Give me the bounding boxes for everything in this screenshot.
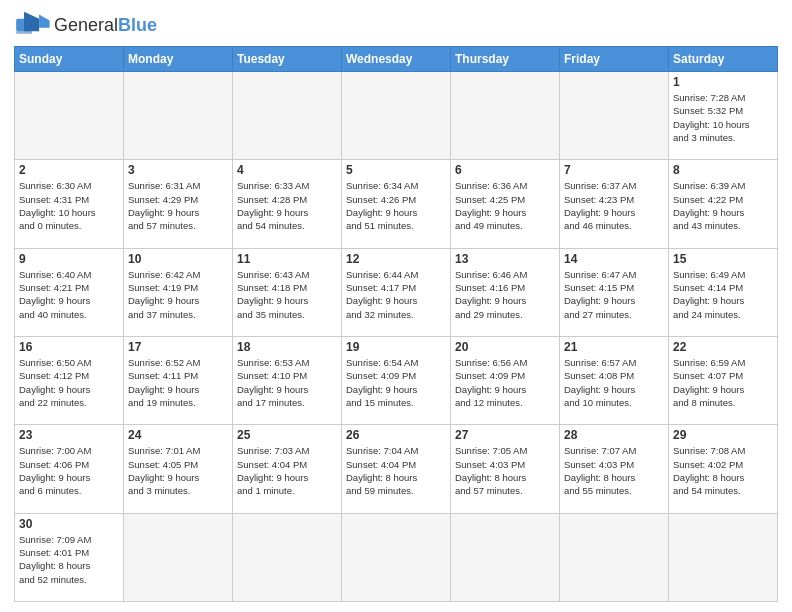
day-cell bbox=[342, 513, 451, 601]
day-cell: 1Sunrise: 7:28 AM Sunset: 5:32 PM Daylig… bbox=[669, 72, 778, 160]
day-info: Sunrise: 7:03 AM Sunset: 4:04 PM Dayligh… bbox=[237, 444, 337, 497]
day-cell: 6Sunrise: 6:36 AM Sunset: 4:25 PM Daylig… bbox=[451, 160, 560, 248]
day-info: Sunrise: 6:50 AM Sunset: 4:12 PM Dayligh… bbox=[19, 356, 119, 409]
day-cell: 20Sunrise: 6:56 AM Sunset: 4:09 PM Dayli… bbox=[451, 336, 560, 424]
day-cell bbox=[669, 513, 778, 601]
day-cell: 18Sunrise: 6:53 AM Sunset: 4:10 PM Dayli… bbox=[233, 336, 342, 424]
day-number: 12 bbox=[346, 252, 446, 266]
day-info: Sunrise: 7:09 AM Sunset: 4:01 PM Dayligh… bbox=[19, 533, 119, 586]
day-cell bbox=[560, 513, 669, 601]
day-info: Sunrise: 6:43 AM Sunset: 4:18 PM Dayligh… bbox=[237, 268, 337, 321]
day-cell: 3Sunrise: 6:31 AM Sunset: 4:29 PM Daylig… bbox=[124, 160, 233, 248]
day-number: 13 bbox=[455, 252, 555, 266]
day-cell bbox=[124, 72, 233, 160]
day-cell: 7Sunrise: 6:37 AM Sunset: 4:23 PM Daylig… bbox=[560, 160, 669, 248]
day-cell: 5Sunrise: 6:34 AM Sunset: 4:26 PM Daylig… bbox=[342, 160, 451, 248]
day-info: Sunrise: 6:47 AM Sunset: 4:15 PM Dayligh… bbox=[564, 268, 664, 321]
day-number: 9 bbox=[19, 252, 119, 266]
day-info: Sunrise: 6:39 AM Sunset: 4:22 PM Dayligh… bbox=[673, 179, 773, 232]
svg-rect-3 bbox=[16, 31, 32, 34]
day-number: 14 bbox=[564, 252, 664, 266]
day-cell: 4Sunrise: 6:33 AM Sunset: 4:28 PM Daylig… bbox=[233, 160, 342, 248]
svg-marker-2 bbox=[39, 14, 50, 27]
day-cell bbox=[342, 72, 451, 160]
day-number: 27 bbox=[455, 428, 555, 442]
day-cell: 11Sunrise: 6:43 AM Sunset: 4:18 PM Dayli… bbox=[233, 248, 342, 336]
day-info: Sunrise: 7:00 AM Sunset: 4:06 PM Dayligh… bbox=[19, 444, 119, 497]
day-info: Sunrise: 6:36 AM Sunset: 4:25 PM Dayligh… bbox=[455, 179, 555, 232]
day-number: 1 bbox=[673, 75, 773, 89]
day-number: 28 bbox=[564, 428, 664, 442]
day-cell: 10Sunrise: 6:42 AM Sunset: 4:19 PM Dayli… bbox=[124, 248, 233, 336]
day-cell: 13Sunrise: 6:46 AM Sunset: 4:16 PM Dayli… bbox=[451, 248, 560, 336]
day-number: 29 bbox=[673, 428, 773, 442]
day-number: 6 bbox=[455, 163, 555, 177]
day-cell: 22Sunrise: 6:59 AM Sunset: 4:07 PM Dayli… bbox=[669, 336, 778, 424]
day-cell bbox=[233, 513, 342, 601]
day-number: 17 bbox=[128, 340, 228, 354]
weekday-saturday: Saturday bbox=[669, 47, 778, 72]
day-info: Sunrise: 7:04 AM Sunset: 4:04 PM Dayligh… bbox=[346, 444, 446, 497]
day-info: Sunrise: 6:42 AM Sunset: 4:19 PM Dayligh… bbox=[128, 268, 228, 321]
day-cell: 30Sunrise: 7:09 AM Sunset: 4:01 PM Dayli… bbox=[15, 513, 124, 601]
day-cell bbox=[124, 513, 233, 601]
day-cell: 28Sunrise: 7:07 AM Sunset: 4:03 PM Dayli… bbox=[560, 425, 669, 513]
day-cell bbox=[451, 72, 560, 160]
day-info: Sunrise: 6:57 AM Sunset: 4:08 PM Dayligh… bbox=[564, 356, 664, 409]
day-cell: 2Sunrise: 6:30 AM Sunset: 4:31 PM Daylig… bbox=[15, 160, 124, 248]
day-info: Sunrise: 6:46 AM Sunset: 4:16 PM Dayligh… bbox=[455, 268, 555, 321]
day-number: 11 bbox=[237, 252, 337, 266]
day-cell: 8Sunrise: 6:39 AM Sunset: 4:22 PM Daylig… bbox=[669, 160, 778, 248]
day-number: 7 bbox=[564, 163, 664, 177]
day-cell: 17Sunrise: 6:52 AM Sunset: 4:11 PM Dayli… bbox=[124, 336, 233, 424]
weekday-wednesday: Wednesday bbox=[342, 47, 451, 72]
day-number: 4 bbox=[237, 163, 337, 177]
day-number: 22 bbox=[673, 340, 773, 354]
week-row-4: 23Sunrise: 7:00 AM Sunset: 4:06 PM Dayli… bbox=[15, 425, 778, 513]
day-cell: 26Sunrise: 7:04 AM Sunset: 4:04 PM Dayli… bbox=[342, 425, 451, 513]
day-number: 23 bbox=[19, 428, 119, 442]
day-number: 20 bbox=[455, 340, 555, 354]
weekday-friday: Friday bbox=[560, 47, 669, 72]
header: GeneralBlue bbox=[14, 10, 778, 40]
day-info: Sunrise: 6:37 AM Sunset: 4:23 PM Dayligh… bbox=[564, 179, 664, 232]
day-number: 30 bbox=[19, 517, 119, 531]
day-cell: 21Sunrise: 6:57 AM Sunset: 4:08 PM Dayli… bbox=[560, 336, 669, 424]
day-info: Sunrise: 7:05 AM Sunset: 4:03 PM Dayligh… bbox=[455, 444, 555, 497]
week-row-2: 9Sunrise: 6:40 AM Sunset: 4:21 PM Daylig… bbox=[15, 248, 778, 336]
day-number: 18 bbox=[237, 340, 337, 354]
weekday-sunday: Sunday bbox=[15, 47, 124, 72]
weekday-thursday: Thursday bbox=[451, 47, 560, 72]
day-number: 8 bbox=[673, 163, 773, 177]
day-cell: 29Sunrise: 7:08 AM Sunset: 4:02 PM Dayli… bbox=[669, 425, 778, 513]
day-info: Sunrise: 7:01 AM Sunset: 4:05 PM Dayligh… bbox=[128, 444, 228, 497]
day-number: 25 bbox=[237, 428, 337, 442]
day-cell: 9Sunrise: 6:40 AM Sunset: 4:21 PM Daylig… bbox=[15, 248, 124, 336]
week-row-1: 2Sunrise: 6:30 AM Sunset: 4:31 PM Daylig… bbox=[15, 160, 778, 248]
day-info: Sunrise: 7:28 AM Sunset: 5:32 PM Dayligh… bbox=[673, 91, 773, 144]
day-number: 21 bbox=[564, 340, 664, 354]
day-info: Sunrise: 7:07 AM Sunset: 4:03 PM Dayligh… bbox=[564, 444, 664, 497]
day-number: 15 bbox=[673, 252, 773, 266]
day-info: Sunrise: 6:30 AM Sunset: 4:31 PM Dayligh… bbox=[19, 179, 119, 232]
day-info: Sunrise: 6:59 AM Sunset: 4:07 PM Dayligh… bbox=[673, 356, 773, 409]
day-cell bbox=[15, 72, 124, 160]
day-number: 2 bbox=[19, 163, 119, 177]
day-info: Sunrise: 6:52 AM Sunset: 4:11 PM Dayligh… bbox=[128, 356, 228, 409]
weekday-tuesday: Tuesday bbox=[233, 47, 342, 72]
day-number: 5 bbox=[346, 163, 446, 177]
weekday-header-row: SundayMondayTuesdayWednesdayThursdayFrid… bbox=[15, 47, 778, 72]
day-info: Sunrise: 6:31 AM Sunset: 4:29 PM Dayligh… bbox=[128, 179, 228, 232]
day-info: Sunrise: 7:08 AM Sunset: 4:02 PM Dayligh… bbox=[673, 444, 773, 497]
week-row-3: 16Sunrise: 6:50 AM Sunset: 4:12 PM Dayli… bbox=[15, 336, 778, 424]
day-cell bbox=[233, 72, 342, 160]
day-number: 3 bbox=[128, 163, 228, 177]
day-number: 24 bbox=[128, 428, 228, 442]
day-number: 10 bbox=[128, 252, 228, 266]
day-cell: 14Sunrise: 6:47 AM Sunset: 4:15 PM Dayli… bbox=[560, 248, 669, 336]
week-row-5: 30Sunrise: 7:09 AM Sunset: 4:01 PM Dayli… bbox=[15, 513, 778, 601]
day-cell bbox=[451, 513, 560, 601]
day-cell: 15Sunrise: 6:49 AM Sunset: 4:14 PM Dayli… bbox=[669, 248, 778, 336]
svg-marker-1 bbox=[24, 12, 39, 31]
logo-text: GeneralBlue bbox=[54, 15, 157, 36]
